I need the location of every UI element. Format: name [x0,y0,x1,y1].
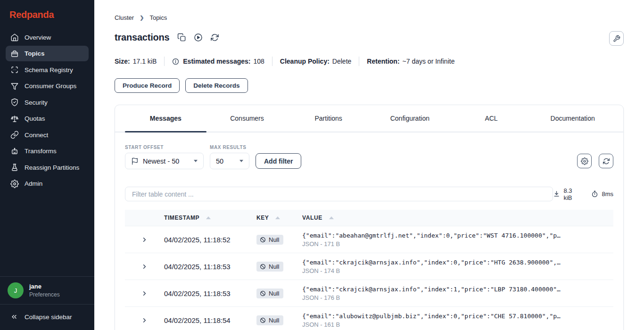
max-results-select[interactable]: 50 [210,153,249,169]
scan-icon [10,66,19,74]
breadcrumb-cluster[interactable]: Cluster [115,14,134,21]
expand-row-button[interactable] [125,263,164,270]
col-key[interactable]: KEY [256,214,269,221]
shield-icon [10,98,19,107]
sidebar: Redpanda Overview Topics Schema Registry… [0,0,94,330]
play-circle-icon[interactable] [194,33,203,42]
stopwatch-icon [591,190,598,198]
sidebar-item-label: Topics [25,50,45,57]
null-key-badge: Null [256,289,283,298]
funnel-icon [10,82,19,91]
collapse-sidebar-button[interactable]: Collapse sidebar [0,305,94,330]
max-results-value: 50 [216,157,223,165]
tab-partitions[interactable]: Partitions [288,105,369,132]
breadcrumb-topics[interactable]: Topics [149,14,167,21]
col-timestamp[interactable]: TIMESTAMP [164,214,199,221]
sidebar-item-quotas[interactable]: Quotas [6,111,89,126]
row-timestamp: 04/02/2025, 11:18:54 [164,316,256,324]
expand-row-button[interactable] [125,236,164,243]
scales-icon [10,115,19,123]
delete-records-button[interactable]: Delete Records [185,78,248,93]
gear-icon [10,180,19,188]
tab-messages[interactable]: Messages [125,105,206,132]
retention-value: ~7 days or Infinite [403,58,455,65]
sidebar-item-label: Transforms [25,148,57,155]
null-key-badge: Null [256,235,283,245]
home-icon [10,33,19,41]
table-row: 04/02/2025, 11:18:53 Null {"email":"ckra… [125,280,613,306]
sidebar-item-label: Connect [25,132,48,139]
tab-documentation[interactable]: Documentation [532,105,613,132]
chevron-down-icon [239,160,243,162]
wrench-icon [613,35,620,42]
tab-configuration[interactable]: Configuration [369,105,451,132]
robot-icon [10,147,19,156]
main-content: Cluster ❯ Topics transactions Size:17.1 … [94,0,644,330]
row-value-meta: JSON - 176 B [302,294,613,301]
start-offset-select[interactable]: Newest - 50 [125,153,204,169]
sidebar-item-admin[interactable]: Admin [6,176,89,191]
table-settings-button[interactable] [577,154,592,168]
cleanup-value: Delete [332,58,351,65]
start-offset-label: START OFFSET [125,145,210,150]
sidebar-item-label: Reassign Partitions [25,164,79,171]
user-preferences-link[interactable]: Preferences [29,291,60,298]
produce-record-button[interactable]: Produce Record [115,78,180,93]
table-header: TIMESTAMP KEY VALUE [125,210,613,226]
row-timestamp: 04/02/2025, 11:18:53 [164,289,256,297]
refresh-icon [603,157,610,165]
row-timestamp: 04/02/2025, 11:18:52 [164,236,256,244]
topic-stats: Size:17.1 kiB Estimated messages:108 Cle… [115,57,454,66]
null-key-badge: Null [256,315,283,325]
flag-icon [131,157,139,165]
row-value: {"email":"abeahan@gmtrlfj.net","index":0… [302,232,613,239]
sidebar-item-label: Consumer Groups [25,82,76,90]
link-icon [10,131,19,139]
row-value: {"email":"ckrajcik@arnsjax.info","index"… [302,259,613,266]
tools-button[interactable] [609,31,624,46]
filter-table-input[interactable] [125,187,553,201]
topic-detail-card: Messages Consumers Partitions Configurat… [115,105,624,330]
max-results-label: MAX RESULTS [210,145,247,150]
expand-row-button[interactable] [125,317,164,324]
sidebar-item-connect[interactable]: Connect [6,127,89,143]
table-row: 04/02/2025, 11:18:54 Null {"email":"alub… [125,306,613,330]
sort-icon[interactable] [275,216,280,219]
chevron-down-icon [194,160,198,162]
expand-row-button[interactable] [125,290,164,297]
breadcrumb: Cluster ❯ Topics [115,14,167,21]
sort-icon[interactable] [206,216,211,219]
sidebar-item-consumer-groups[interactable]: Consumer Groups [6,78,89,94]
tab-consumers[interactable]: Consumers [206,105,288,132]
tab-acl[interactable]: ACL [451,105,532,132]
chevrons-left-icon [10,313,18,321]
sort-icon[interactable] [329,216,334,219]
chevron-right-icon: ❯ [140,15,144,21]
sidebar-item-transforms[interactable]: Transforms [6,143,89,159]
sidebar-item-label: Quotas [25,115,45,122]
copy-icon[interactable] [177,33,186,42]
refresh-icon[interactable] [210,33,219,42]
col-value[interactable]: VALUE [302,214,322,221]
refresh-table-button[interactable] [599,154,613,168]
start-offset-value: Newest - 50 [143,157,179,165]
tab-bar: Messages Consumers Partitions Configurat… [115,105,623,132]
row-value-meta: JSON - 161 B [302,321,613,328]
cleanup-label: Cleanup Policy: [280,58,330,65]
sidebar-nav: Overview Topics Schema Registry Consumer… [0,29,94,192]
user-profile[interactable]: J jane Preferences [0,277,94,304]
sidebar-item-topics[interactable]: Topics [6,46,89,61]
sidebar-item-label: Security [25,99,48,106]
row-value: {"email":"alubowitz@pulbjmb.biz","index"… [302,313,613,320]
sidebar-item-overview[interactable]: Overview [6,30,89,45]
sidebar-item-label: Schema Registry [25,66,73,74]
user-name: jane [29,283,60,290]
add-filter-button[interactable]: Add filter [256,153,301,169]
sidebar-item-reassign-partitions[interactable]: Reassign Partitions [6,160,89,175]
collapse-sidebar-label: Collapse sidebar [25,314,72,321]
sidebar-item-security[interactable]: Security [6,95,89,110]
sidebar-item-schema-registry[interactable]: Schema Registry [6,62,89,78]
elapsed-time: 8ms [602,190,613,198]
page-title: transactions [115,32,170,43]
redpanda-logo[interactable]: Redpanda [0,0,94,29]
